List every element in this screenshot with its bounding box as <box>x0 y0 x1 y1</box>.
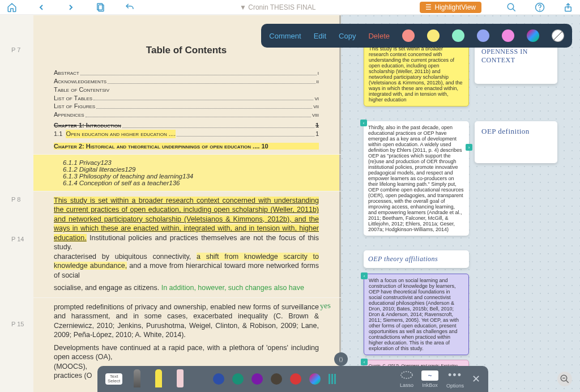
close-toolbar-icon[interactable]: ✕ <box>472 373 480 385</box>
annotation-sidebar: ⟨⟩ ‹This study is set within a broader r… <box>341 15 580 392</box>
edit-action[interactable]: Edit <box>314 32 326 40</box>
resize-handle[interactable]: ⟨⟩ <box>334 352 348 366</box>
toc-row: List of Tablesvi <box>54 94 319 103</box>
toc-sub-row: 6.1.1 Privacy123 <box>54 159 319 166</box>
toc-row: List of Figuresvii <box>54 102 319 110</box>
toc-chapter2: Chapter 2: Historical and theoretical un… <box>54 143 319 150</box>
ink-annotation-yes: yes <box>320 301 331 310</box>
brush-color-brown[interactable] <box>271 373 282 385</box>
color-yellow[interactable] <box>427 29 440 42</box>
home-icon[interactable] <box>6 1 18 14</box>
share-icon[interactable] <box>562 1 574 14</box>
eraser-tool[interactable] <box>173 369 187 389</box>
zoom-out-icon[interactable] <box>557 372 572 386</box>
color-red[interactable] <box>402 29 415 42</box>
bottom-toolbar: Text Select Lasso ~InkBox •••Options ✕ <box>97 366 488 392</box>
handwritten-note[interactable]: OEP definition <box>475 121 557 163</box>
page-label-14: P 14 <box>11 236 24 242</box>
svg-line-3 <box>513 8 515 11</box>
options-tool[interactable]: •••Options <box>446 369 464 389</box>
page-8: 6.1.1 Privacy123 6.1.2 Digital literacie… <box>33 155 341 191</box>
document-title[interactable]: ▼ Cronin THESIS FINAL <box>240 3 315 11</box>
toc-row: Abstracti <box>54 69 319 77</box>
color-teal[interactable] <box>452 29 464 42</box>
svg-point-7 <box>401 372 412 378</box>
comment-action[interactable]: Comment <box>269 32 301 40</box>
help-icon[interactable] <box>534 1 546 14</box>
page-label-15: P 15 <box>11 321 24 327</box>
annotation-note[interactable]: ‹›Thirdly, also in the past decade, open… <box>364 121 469 236</box>
handwritten-note[interactable]: Openness in context <box>475 42 557 84</box>
toc-sub-row: 6.1.2 Digital literacies129 <box>54 166 319 173</box>
brush-color-rainbow[interactable] <box>309 373 321 385</box>
page-label-8: P 8 <box>11 196 20 203</box>
svg-line-9 <box>566 380 569 383</box>
search-icon[interactable] <box>505 1 518 14</box>
toc-row: Appendicesviii <box>54 110 319 119</box>
back-icon[interactable] <box>35 1 48 14</box>
forward-icon[interactable] <box>65 1 77 14</box>
copy-action[interactable]: Copy <box>339 32 356 40</box>
color-rainbow[interactable] <box>527 29 539 42</box>
brush-size-tool[interactable] <box>329 374 338 384</box>
brush-color-teal[interactable] <box>232 373 244 385</box>
highlighter-tool[interactable] <box>152 369 165 389</box>
tag-icon: ‹ <box>361 359 368 365</box>
page-14: This study is set within a broader resea… <box>33 191 341 297</box>
svg-point-5 <box>540 10 540 10</box>
lasso-tool[interactable]: Lasso <box>400 370 413 388</box>
list-icon: ☰ <box>425 3 432 11</box>
color-pink[interactable] <box>502 29 514 42</box>
svg-point-2 <box>508 3 514 10</box>
delete-action[interactable]: Delete <box>368 32 390 40</box>
brush-color-purple[interactable] <box>251 373 263 385</box>
left-gutter <box>0 15 10 392</box>
inkbox-tool[interactable]: ~InkBox <box>421 370 438 388</box>
highlight-passage[interactable]: In addition, however, such changes also … <box>161 284 304 292</box>
color-none[interactable] <box>549 27 566 44</box>
pages-icon[interactable] <box>94 1 106 14</box>
toc-row: Table of Contentsiv <box>54 86 319 94</box>
annotation-note[interactable]: ‹With a focus on social learning and con… <box>364 274 469 355</box>
tag-icon: ‹ <box>361 272 368 279</box>
brush-color-red[interactable] <box>290 373 301 385</box>
toc-row: Acknowledgementsii <box>54 77 319 86</box>
annotation-toolbar: Comment Edit Copy Delete <box>261 24 572 48</box>
top-toolbar: ▼ Cronin THESIS FINAL ☰ HighlightView <box>0 0 580 15</box>
highlight-view-button[interactable]: ☰ HighlightView <box>420 2 482 13</box>
undo-icon[interactable] <box>123 1 136 14</box>
text-select-tool[interactable]: Text Select <box>105 373 122 385</box>
toc-sub-row: 6.1.3 Philosophy of teaching and learnin… <box>54 173 319 180</box>
annotation-note[interactable]: ‹This study is set within a broader rese… <box>364 42 469 106</box>
tag-icon: ‹ <box>360 120 367 126</box>
page-label-7: P 7 <box>11 46 20 53</box>
tag-icon: › <box>466 144 472 151</box>
pencil-tool[interactable] <box>130 369 144 389</box>
handwritten-note[interactable]: OEP theory affiliations <box>364 250 469 268</box>
toc-sub-row: 6.1.4 Conception of self as a teacher136 <box>54 180 319 186</box>
brush-color-blue[interactable] <box>213 373 224 385</box>
color-blue[interactable] <box>477 29 489 42</box>
